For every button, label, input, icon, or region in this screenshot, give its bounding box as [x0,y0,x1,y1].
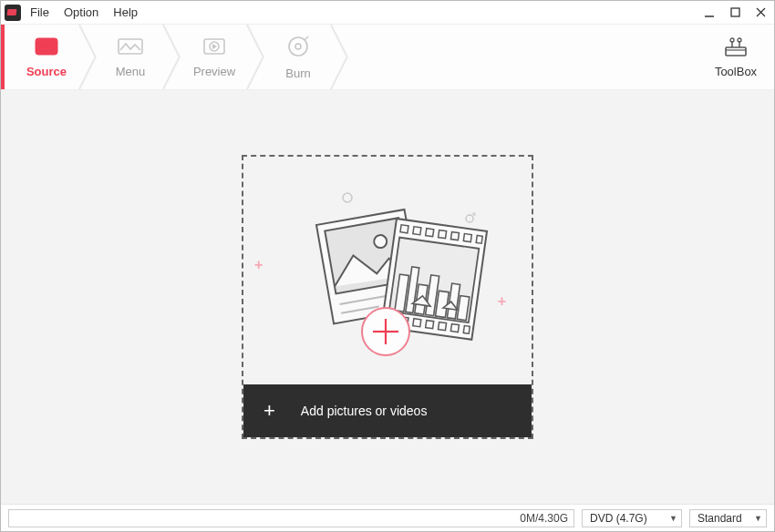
dropzone[interactable]: + + [242,155,533,439]
close-button[interactable] [752,5,769,21]
svg-rect-15 [726,47,746,56]
quality-value: Standard [698,512,742,525]
step-menu[interactable]: Menu [88,25,172,89]
svg-rect-43 [463,325,470,333]
chevron-down-icon: ▼ [754,514,762,523]
svg-rect-33 [439,230,447,239]
app-icon [5,5,21,21]
status-bar: 0M/4.30G DVD (4.7G) ▼ Standard ▼ [1,504,774,531]
svg-rect-34 [450,232,459,240]
minimize-button[interactable] [701,5,718,21]
svg-point-18 [730,38,734,42]
svg-line-14 [305,36,308,40]
titlebar: File Option Help [1,1,774,25]
menu-file[interactable]: File [30,5,49,19]
svg-rect-31 [413,227,421,235]
size-progress-text: 0M/4.30G [520,512,568,525]
preview-icon [202,36,227,59]
menu-icon [117,36,144,59]
main-area: + + [1,90,774,504]
menu-help[interactable]: Help [113,5,138,19]
svg-point-22 [466,215,473,222]
step-source[interactable]: Source [5,25,88,89]
toolbox-icon [722,36,749,61]
size-progress: 0M/4.30G [8,509,574,527]
window-controls [701,5,769,21]
svg-rect-1 [731,8,739,16]
add-media-button[interactable]: + Add pictures or videos [243,384,532,437]
maximize-button[interactable] [727,5,743,21]
svg-rect-42 [450,324,459,332]
svg-rect-32 [426,229,434,237]
chevron-down-icon: ▼ [669,514,677,523]
source-icon [34,36,59,59]
close-icon [756,7,766,17]
add-media-label: Add pictures or videos [301,404,428,418]
svg-marker-11 [212,44,217,49]
svg-rect-40 [426,321,434,329]
dropzone-illustration: + + [243,157,532,384]
svg-point-20 [738,38,741,42]
step-label: Source [26,65,67,78]
step-label: Preview [193,65,235,78]
maximize-icon [730,7,740,17]
svg-rect-30 [400,225,408,233]
step-preview[interactable]: Preview [172,25,256,89]
step-label: Menu [116,65,146,78]
svg-rect-8 [119,39,142,54]
svg-point-21 [343,193,352,202]
spark-icon: + [498,293,506,310]
svg-point-13 [295,44,301,49]
menu-bar: File Option Help [30,5,138,19]
disc-type-select[interactable]: DVD (4.7G) ▼ [582,509,682,527]
svg-rect-35 [463,234,471,242]
step-burn[interactable]: Burn [256,25,340,89]
svg-point-23 [472,212,476,216]
spark-icon: + [254,257,263,273]
quality-select[interactable]: Standard ▼ [689,509,767,527]
svg-rect-41 [439,322,447,331]
toolbox-button[interactable]: ToolBox [698,25,774,89]
burn-icon [286,35,310,61]
step-label: Burn [285,66,310,80]
svg-rect-36 [476,235,482,243]
disc-type-value: DVD (4.7G) [590,512,647,525]
plus-icon: + [264,401,275,421]
step-bar: Source Menu Preview [1,25,774,90]
svg-rect-4 [36,38,57,55]
minimize-icon [704,7,715,18]
toolbox-label: ToolBox [715,65,757,78]
svg-rect-39 [413,319,421,327]
menu-option[interactable]: Option [64,5,98,19]
